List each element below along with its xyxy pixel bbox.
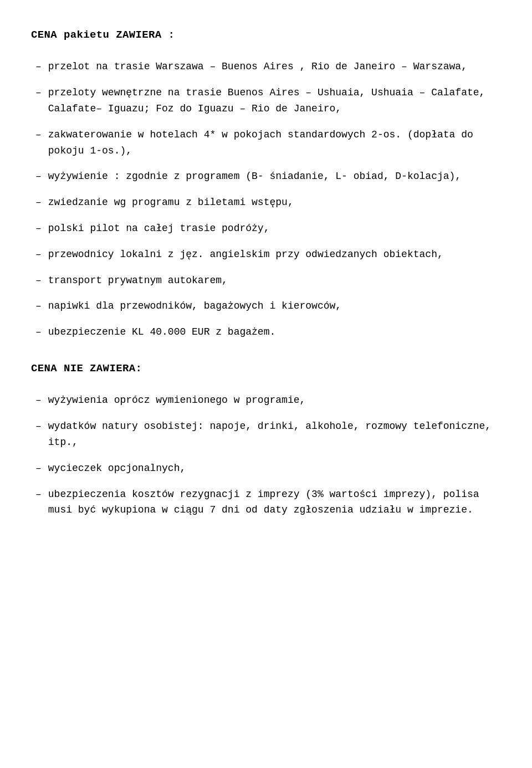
included-section: CENA pakietu ZAWIERA : – przelot na tras… xyxy=(31,27,501,340)
included-items-list: – przelot na trasie Warszawa – Buenos Ai… xyxy=(31,59,501,340)
not-included-section-heading: CENA NIE ZAWIERA: xyxy=(31,360,501,377)
dash-icon: – xyxy=(35,392,42,408)
list-item: – transport prywatnym autokarem, xyxy=(31,273,501,289)
dash-icon: – xyxy=(35,487,42,503)
list-item: – zakwaterowanie w hotelach 4* w pokojac… xyxy=(31,127,501,159)
dash-icon: – xyxy=(35,247,42,263)
item-text: zwiedzanie wg programu z biletami wstępu… xyxy=(48,194,501,211)
not-included-items-list: – wyżywienia oprócz wymienionego w progr… xyxy=(31,392,501,518)
item-text: przelot na trasie Warszawa – Buenos Aire… xyxy=(48,59,501,75)
dash-icon: – xyxy=(35,127,42,143)
list-item: – przewodnicy lokalni z jęz. angielskim … xyxy=(31,247,501,263)
dash-icon: – xyxy=(35,85,42,101)
item-text: przeloty wewnętrzne na trasie Buenos Air… xyxy=(48,85,501,117)
dash-icon: – xyxy=(35,194,42,211)
item-text: transport prywatnym autokarem, xyxy=(48,273,501,289)
item-text: ubezpieczenia kosztów rezygnacji z impre… xyxy=(48,487,501,519)
list-item: – ubezpieczenie KL 40.000 EUR z bagażem. xyxy=(31,324,501,340)
list-item: – ubezpieczenia kosztów rezygnacji z imp… xyxy=(31,487,501,519)
dash-icon: – xyxy=(35,59,42,75)
list-item: – przeloty wewnętrzne na trasie Buenos A… xyxy=(31,85,501,117)
dash-icon: – xyxy=(35,221,42,237)
dash-icon: – xyxy=(35,460,42,477)
item-text: wyżywienie : zgodnie z programem (B- śni… xyxy=(48,168,501,185)
dash-icon: – xyxy=(35,298,42,314)
dash-icon: – xyxy=(35,273,42,289)
dash-icon: – xyxy=(35,324,42,340)
item-text: napiwki dla przewodników, bagażowych i k… xyxy=(48,298,501,314)
item-text: przewodnicy lokalni z jęz. angielskim pr… xyxy=(48,247,501,263)
item-text: zakwaterowanie w hotelach 4* w pokojach … xyxy=(48,127,501,159)
list-item: – zwiedzanie wg programu z biletami wstę… xyxy=(31,194,501,211)
list-item: – polski pilot na całej trasie podróży, xyxy=(31,221,501,237)
list-item: – napiwki dla przewodników, bagażowych i… xyxy=(31,298,501,314)
list-item: – wycieczek opcjonalnych, xyxy=(31,460,501,477)
item-text: wyżywienia oprócz wymienionego w program… xyxy=(48,392,501,408)
item-text: wycieczek opcjonalnych, xyxy=(48,460,501,477)
page-wrapper: CENA pakietu ZAWIERA : – przelot na tras… xyxy=(31,27,501,518)
list-item: – wyżywienie : zgodnie z programem (B- ś… xyxy=(31,168,501,185)
item-text: wydatków natury osobistej: napoje, drink… xyxy=(48,418,501,450)
list-item: – wydatków natury osobistej: napoje, dri… xyxy=(31,418,501,450)
dash-icon: – xyxy=(35,168,42,185)
not-included-section: CENA NIE ZAWIERA: – wyżywienia oprócz wy… xyxy=(31,360,501,518)
included-section-heading: CENA pakietu ZAWIERA : xyxy=(31,27,501,43)
list-item: – wyżywienia oprócz wymienionego w progr… xyxy=(31,392,501,408)
item-text: polski pilot na całej trasie podróży, xyxy=(48,221,501,237)
list-item: – przelot na trasie Warszawa – Buenos Ai… xyxy=(31,59,501,75)
dash-icon: – xyxy=(35,418,42,434)
item-text: ubezpieczenie KL 40.000 EUR z bagażem. xyxy=(48,324,501,340)
